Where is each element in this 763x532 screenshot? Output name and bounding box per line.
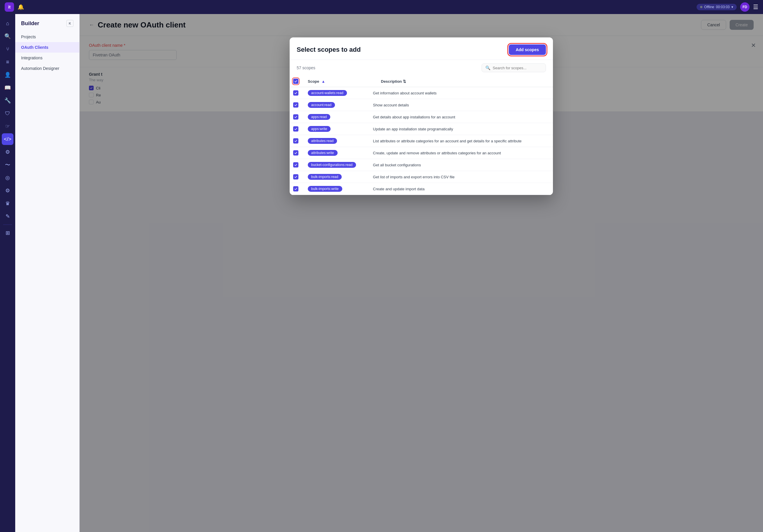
description-sort-icon: ⇅: [403, 79, 406, 84]
row-scope: account:read: [304, 99, 370, 111]
row-checkbox-cell: [290, 171, 304, 183]
sidebar-item-projects[interactable]: Projects: [15, 32, 79, 42]
nav-wave-icon[interactable]: 〜: [2, 159, 13, 171]
row-description: Get all bucket configurations: [370, 159, 553, 171]
row-scope: account-wallets:read: [304, 87, 370, 99]
scope-badge: account:read: [308, 102, 335, 108]
topbar: it 🔔 Offline 00:03:03 ▾ FD ☰: [0, 0, 763, 14]
row-scope: apps:write: [304, 123, 370, 135]
row-checkbox[interactable]: [293, 138, 298, 143]
row-checkbox[interactable]: [293, 90, 298, 96]
row-checkbox[interactable]: [293, 174, 298, 179]
topbar-right: Offline 00:03:03 ▾ FD ☰: [697, 2, 758, 12]
sidebar-item-integrations[interactable]: Integrations: [15, 52, 79, 63]
row-scope: bulk-imports:read: [304, 171, 370, 183]
row-description: Create, update and remove attributes or …: [370, 147, 553, 159]
status-pill: Offline 00:03:03 ▾: [697, 4, 737, 10]
nav-circle-icon[interactable]: ◎: [2, 172, 13, 184]
table-row: bulk-imports:read Get list of imports an…: [290, 171, 553, 183]
table-row: attributes:read List attributes or attri…: [290, 135, 553, 147]
nav-book-icon[interactable]: 📖: [2, 82, 13, 94]
row-description: List attributes or attribute categories …: [370, 135, 553, 147]
scope-badge: apps:read: [308, 114, 330, 120]
nav-users-icon[interactable]: 👤: [2, 69, 13, 81]
row-scope: apps:read: [304, 111, 370, 123]
sidebar-title: Builder K: [15, 20, 79, 32]
nav-git-icon[interactable]: ⑂: [2, 43, 13, 55]
nav-tools-icon[interactable]: 🔧: [2, 95, 13, 106]
status-dropdown-icon[interactable]: ▾: [731, 5, 733, 9]
row-checkbox-cell: [290, 135, 304, 147]
table-row: bucket-configurations:read Get all bucke…: [290, 159, 553, 171]
row-checkbox-cell: [290, 87, 304, 99]
scopes-table-body: account-wallets:read Get information abo…: [290, 87, 553, 195]
app-logo[interactable]: it: [5, 2, 14, 12]
scope-badge: apps:write: [308, 126, 331, 132]
table-row: account:read Show account details: [290, 99, 553, 111]
sort-arrow-icon: ▲: [322, 79, 325, 84]
nav-puzzle-icon[interactable]: ⚙: [2, 146, 13, 158]
nav-crown-icon[interactable]: ♛: [2, 198, 13, 209]
row-checkbox[interactable]: [293, 126, 298, 132]
sidebar: Builder K Projects OAuth Clients Integra…: [15, 14, 79, 532]
row-checkbox-cell: [290, 183, 304, 195]
th-scope[interactable]: Scope ▲: [304, 76, 378, 87]
select-all-checkbox[interactable]: [293, 79, 298, 84]
search-input[interactable]: [493, 66, 542, 70]
table-row: attributes:write Create, update and remo…: [290, 147, 553, 159]
nav-home-icon[interactable]: ⌂: [2, 18, 13, 29]
nav-gear-icon[interactable]: ⚙: [2, 185, 13, 197]
nav-icons: ⌂ 🔍 ⑂ ≡ 👤 📖 🔧 🛡 ☞ </> ⚙ 〜 ◎ ⚙ ♛ ✎ ⊞: [0, 14, 15, 532]
row-scope: bucket-configurations:read: [304, 159, 370, 171]
row-checkbox-cell: [290, 147, 304, 159]
row-checkbox[interactable]: [293, 102, 298, 108]
modal-body: account-wallets:read Get information abo…: [290, 87, 553, 195]
scope-badge: account-wallets:read: [308, 90, 347, 96]
row-description: Get list of imports and export errors in…: [370, 171, 553, 183]
avatar[interactable]: FD: [740, 2, 750, 12]
scopes-table: Scope ▲ Description ⇅: [290, 76, 553, 87]
nav-code-icon[interactable]: </>: [2, 133, 13, 145]
row-checkbox[interactable]: [293, 186, 298, 192]
nav-list-icon[interactable]: ≡: [2, 56, 13, 68]
row-scope: bulk-imports:write: [304, 183, 370, 195]
row-description: Show account details: [370, 99, 553, 111]
search-icon: 🔍: [486, 65, 490, 70]
sidebar-item-oauth-clients[interactable]: OAuth Clients: [15, 42, 79, 52]
row-description: Update an app installation state program…: [370, 123, 553, 135]
modal-header: Select scopes to add Add scopes: [290, 38, 553, 60]
select-scopes-modal: Select scopes to add Add scopes 57 scope…: [290, 38, 553, 195]
table-row: account-wallets:read Get information abo…: [290, 87, 553, 99]
nav-search-icon[interactable]: 🔍: [2, 31, 13, 42]
nav-shield-icon[interactable]: 🛡: [2, 108, 13, 119]
sidebar-item-automation-designer[interactable]: Automation Designer: [15, 63, 79, 74]
scope-badge: bucket-configurations:read: [308, 162, 356, 168]
th-select-all: [290, 76, 304, 87]
sidebar-k-badge: K: [66, 20, 73, 27]
modal-title: Select scopes to add: [297, 46, 361, 53]
scopes-toolbar: 57 scopes 🔍: [290, 60, 553, 76]
scope-badge: attributes:write: [308, 150, 338, 156]
table-row: apps:read Get details about app installa…: [290, 111, 553, 123]
nav-grid-icon[interactable]: ⊞: [2, 227, 13, 239]
layout: ⌂ 🔍 ⑂ ≡ 👤 📖 🔧 🛡 ☞ </> ⚙ 〜 ◎ ⚙ ♛ ✎ ⊞ Buil…: [0, 14, 763, 532]
row-description: Get details about app installations for …: [370, 111, 553, 123]
status-label: Offline: [704, 5, 714, 9]
row-checkbox[interactable]: [293, 114, 298, 120]
row-scope: attributes:write: [304, 147, 370, 159]
notification-icon[interactable]: 🔔: [18, 4, 24, 10]
table-row: bulk-imports:write Create and update imp…: [290, 183, 553, 195]
scope-badge: bulk-imports:read: [308, 174, 342, 180]
row-checkbox[interactable]: [293, 150, 298, 155]
row-description: Get information about account wallets: [370, 87, 553, 99]
nav-edit-icon[interactable]: ✎: [2, 211, 13, 222]
status-time: 00:03:03: [716, 5, 730, 9]
nav-finger-icon[interactable]: ☞: [2, 121, 13, 132]
row-checkbox[interactable]: [293, 162, 298, 167]
th-description[interactable]: Description ⇅: [378, 76, 553, 87]
add-scopes-button[interactable]: Add scopes: [509, 44, 546, 55]
row-checkbox-cell: [290, 123, 304, 135]
scopes-count: 57 scopes: [297, 65, 315, 70]
row-description: Create and update import data: [370, 183, 553, 195]
hamburger-icon[interactable]: ☰: [753, 4, 758, 11]
